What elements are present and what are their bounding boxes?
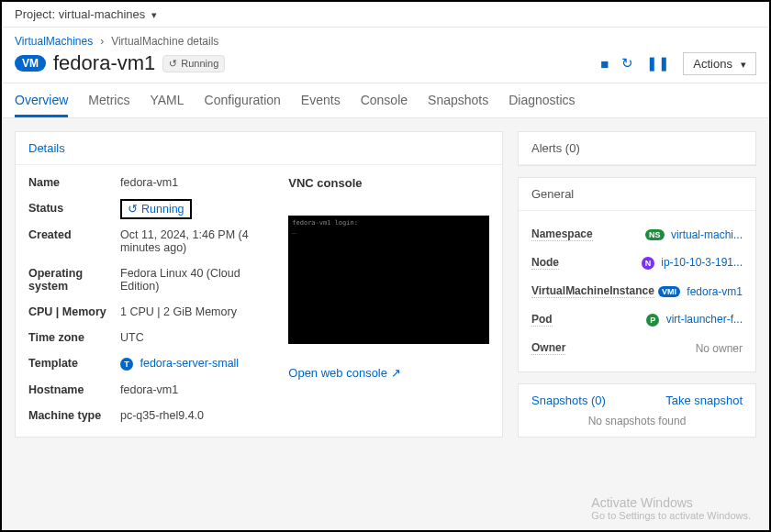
node-badge-icon: N xyxy=(642,257,654,270)
node-label: Node xyxy=(531,256,559,270)
name-value: fedora-vm1 xyxy=(120,176,274,189)
tab-yaml[interactable]: YAML xyxy=(150,83,184,117)
pod-label: Pod xyxy=(531,313,553,327)
chevron-right-icon: › xyxy=(100,35,104,48)
template-badge-icon: T xyxy=(120,358,133,371)
cpu-value: 1 CPU | 2 GiB Memory xyxy=(120,305,274,318)
owner-label: Owner xyxy=(531,341,565,355)
breadcrumb-current: VirtualMachine details xyxy=(111,35,218,48)
tab-events[interactable]: Events xyxy=(301,83,341,117)
tab-diagnostics[interactable]: Diagnostics xyxy=(508,83,575,117)
general-card: General Namespace NS virtual-machi... No… xyxy=(518,177,756,372)
status-text: Running xyxy=(141,203,184,216)
details-header[interactable]: Details xyxy=(16,132,502,165)
created-value: Oct 11, 2024, 1:46 PM (4 minutes ago) xyxy=(120,228,274,254)
hostname-value: fedora-vm1 xyxy=(120,383,274,396)
namespace-label: Namespace xyxy=(531,227,593,241)
sync-icon xyxy=(128,202,138,216)
breadcrumb-root[interactable]: VirtualMachines xyxy=(15,35,93,48)
vnc-title: VNC console xyxy=(288,176,489,190)
template-link[interactable]: fedora-server-small xyxy=(140,357,239,370)
status-pill-text: Running xyxy=(181,58,218,69)
project-dropdown[interactable]: Project: virtual-machines xyxy=(15,7,157,21)
template-label: Template xyxy=(28,357,120,371)
tab-configuration[interactable]: Configuration xyxy=(205,83,281,117)
open-console-text: Open web console xyxy=(288,366,387,380)
vnc-console-screen[interactable]: fedora-vm1 login: _ xyxy=(288,216,489,344)
take-snapshot-link[interactable]: Take snapshot xyxy=(665,393,743,407)
windows-watermark: Activate Windows Go to Settings to activ… xyxy=(591,495,751,521)
open-web-console-link[interactable]: Open web console ↗ xyxy=(288,366,401,380)
tab-snapshots[interactable]: Snapshots xyxy=(428,83,488,117)
vmi-badge-icon: VMI xyxy=(658,286,680,297)
watermark-line1: Activate Windows xyxy=(591,495,751,510)
sync-icon xyxy=(169,58,177,70)
tz-label: Time zone xyxy=(28,331,120,344)
hostname-label: Hostname xyxy=(28,383,120,396)
stop-icon[interactable]: ■ xyxy=(600,56,609,72)
tab-console[interactable]: Console xyxy=(361,83,408,117)
tz-value: UTC xyxy=(120,331,274,344)
external-link-icon: ↗ xyxy=(391,366,401,380)
node-link[interactable]: ip-10-10-3-191... xyxy=(661,256,743,269)
name-label: Name xyxy=(28,176,120,189)
actions-dropdown[interactable]: Actions xyxy=(683,52,756,75)
vm-badge: VM xyxy=(15,55,46,72)
status-highlight-box: Running xyxy=(120,199,192,219)
os-value: Fedora Linux 40 (Cloud Edition) xyxy=(120,267,274,293)
page-title: fedora-vm1 xyxy=(53,51,155,75)
status-pill: Running xyxy=(162,55,225,72)
details-card: Details Name fedora-vm1 Status Running xyxy=(15,131,503,438)
pause-icon[interactable]: ❚❚ xyxy=(646,55,670,72)
general-header: General xyxy=(519,178,755,211)
tab-metrics[interactable]: Metrics xyxy=(88,83,129,117)
watermark-line2: Go to Settings to activate Windows. xyxy=(591,510,751,521)
alerts-card: Alerts (0) xyxy=(518,131,756,166)
breadcrumb: VirtualMachines › VirtualMachine details xyxy=(15,35,756,48)
snapshots-card: Snapshots (0) Take snapshot No snapshots… xyxy=(518,383,756,438)
os-label: Operating system xyxy=(28,267,120,293)
status-label: Status xyxy=(28,202,120,216)
machine-value: pc-q35-rhel9.4.0 xyxy=(120,409,274,422)
tab-overview[interactable]: Overview xyxy=(15,83,68,117)
machine-label: Machine type xyxy=(28,409,120,422)
vmi-link[interactable]: fedora-vm1 xyxy=(687,285,743,298)
alerts-header[interactable]: Alerts (0) xyxy=(519,132,755,165)
tabs: Overview Metrics YAML Configuration Even… xyxy=(2,83,769,118)
vmi-label: VirtualMachineInstance xyxy=(531,284,654,298)
status-value: Running xyxy=(128,202,184,216)
owner-value: No owner xyxy=(696,342,743,355)
cpu-label: CPU | Memory xyxy=(28,305,120,318)
created-label: Created xyxy=(28,228,120,254)
pod-link[interactable]: virt-launcher-f... xyxy=(666,313,743,326)
snapshots-empty: No snapshots found xyxy=(531,415,743,427)
restart-icon[interactable]: ↻ xyxy=(621,55,633,72)
namespace-badge-icon: NS xyxy=(645,229,665,240)
namespace-link[interactable]: virtual-machi... xyxy=(671,228,743,241)
snapshots-header[interactable]: Snapshots (0) xyxy=(531,393,606,407)
pod-badge-icon: P xyxy=(646,314,659,327)
